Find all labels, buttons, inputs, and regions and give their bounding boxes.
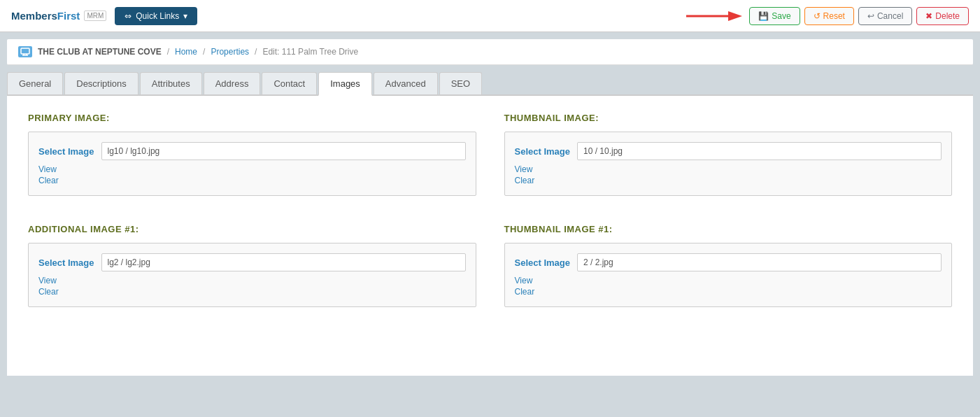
save-label: Save — [772, 11, 790, 21]
additional-view-link-1[interactable]: View — [38, 276, 466, 285]
club-icon — [18, 46, 32, 57]
tab-images[interactable]: Images — [318, 72, 372, 96]
quick-links-label: Quick Links — [136, 11, 179, 21]
additional-image-1-filename[interactable] — [101, 253, 466, 271]
primary-image-filename[interactable] — [101, 142, 466, 160]
thumbnail-action-links: View Clear — [515, 164, 942, 185]
chevron-down-icon: ▾ — [183, 11, 187, 21]
brand-members: Members — [11, 10, 57, 22]
breadcrumb-sep-1: / — [167, 47, 169, 57]
cancel-label: Cancel — [877, 11, 903, 21]
thumbnail-image-1-title: THUMBNAIL IMAGE #1: — [504, 224, 953, 234]
cancel-icon: ↩ — [867, 11, 874, 21]
brand-mrm: MRM — [84, 10, 106, 21]
svg-marker-1 — [728, 11, 742, 21]
tab-contact[interactable]: Contact — [262, 72, 317, 94]
thumbnail-image-title: THUMBNAIL IMAGE: — [504, 113, 953, 123]
primary-select-image-link[interactable]: Select Image — [38, 146, 94, 157]
delete-button[interactable]: ✖ Delete — [916, 7, 969, 25]
reset-icon: ↺ — [814, 11, 821, 21]
svg-rect-2 — [21, 48, 29, 54]
tab-attributes[interactable]: Attributes — [140, 72, 202, 94]
header: MembersFirst MRM ⇔ Quick Links ▾ 💾 Save … — [0, 0, 980, 32]
quick-links-button[interactable]: ⇔ Quick Links ▾ — [115, 7, 197, 25]
thumbnail-image-box: Select Image View Clear — [504, 132, 953, 196]
additional-select-image-1-link[interactable]: Select Image — [38, 257, 94, 268]
thumbnail-select-image-link[interactable]: Select Image — [515, 146, 571, 157]
delete-label: Delete — [935, 11, 960, 21]
thumbnail-image-1-row: Select Image — [515, 253, 942, 271]
primary-clear-link[interactable]: Clear — [38, 176, 466, 185]
tab-advanced[interactable]: Advanced — [374, 72, 438, 94]
primary-action-links: View Clear — [38, 164, 466, 185]
thumbnail-image-filename[interactable] — [577, 142, 942, 160]
additional-clear-link-1[interactable]: Clear — [38, 287, 466, 297]
brand-name: MembersFirst — [11, 10, 80, 22]
arrow-indicator — [686, 8, 742, 24]
additional-image-1-section: ADDITIONAL IMAGE #1: Select Image View C… — [28, 224, 476, 307]
primary-image-row: Select Image — [38, 142, 466, 160]
thumbnail-image-1-filename[interactable] — [577, 253, 942, 271]
tab-address[interactable]: Address — [204, 72, 261, 94]
brand-logo: MembersFirst MRM — [11, 10, 106, 22]
save-button[interactable]: 💾 Save — [749, 7, 800, 25]
thumbnail-image-row: Select Image — [515, 142, 942, 160]
red-arrow-icon — [686, 8, 742, 24]
tab-seo[interactable]: SEO — [439, 72, 482, 94]
breadcrumb-home[interactable]: Home — [175, 47, 197, 57]
breadcrumb-properties[interactable]: Properties — [211, 47, 249, 57]
thumbnail-image-section: THUMBNAIL IMAGE: Select Image View Clear — [504, 113, 953, 196]
main-content: PRIMARY IMAGE: Select Image View Clear T… — [7, 96, 973, 376]
delete-icon: ✖ — [925, 11, 932, 21]
reset-button[interactable]: ↺ Reset — [804, 7, 854, 25]
thumbnail-view-link-1[interactable]: View — [515, 276, 942, 285]
primary-image-box: Select Image View Clear — [28, 132, 476, 196]
images-grid: PRIMARY IMAGE: Select Image View Clear T… — [28, 113, 952, 314]
tabs-container: General Descriptions Attributes Address … — [7, 72, 973, 96]
additional-image-1-title: ADDITIONAL IMAGE #1: — [28, 224, 476, 234]
reset-label: Reset — [823, 11, 845, 21]
thumbnail-clear-link[interactable]: Clear — [515, 176, 942, 185]
breadcrumb-current: Edit: 111 Palm Tree Drive — [262, 47, 358, 57]
thumbnail-image-1-section: THUMBNAIL IMAGE #1: Select Image View Cl… — [504, 224, 953, 307]
brand-first: First — [57, 10, 80, 22]
tab-general[interactable]: General — [7, 72, 63, 94]
primary-image-section: PRIMARY IMAGE: Select Image View Clear — [28, 113, 476, 196]
primary-image-title: PRIMARY IMAGE: — [28, 113, 476, 123]
cancel-button[interactable]: ↩ Cancel — [858, 7, 912, 25]
additional-image-1-row: Select Image — [38, 253, 466, 271]
additional-image-1-box: Select Image View Clear — [28, 243, 476, 307]
link-icon: ⇔ — [125, 11, 132, 21]
monitor-icon — [20, 48, 30, 56]
save-icon: 💾 — [758, 11, 769, 21]
header-right: 💾 Save ↺ Reset ↩ Cancel ✖ Delete — [686, 7, 969, 25]
thumbnail-select-image-1-link[interactable]: Select Image — [515, 257, 571, 268]
breadcrumb-sep-2: / — [203, 47, 205, 57]
tab-descriptions[interactable]: Descriptions — [64, 72, 139, 94]
breadcrumb-bar: THE CLUB AT NEPTUNE COVE / Home / Proper… — [7, 39, 973, 65]
thumbnail-view-link[interactable]: View — [515, 164, 942, 174]
primary-view-link[interactable]: View — [38, 164, 466, 174]
thumbnail-action-links-1: View Clear — [515, 276, 942, 297]
club-name: THE CLUB AT NEPTUNE COVE — [38, 47, 162, 57]
header-left: MembersFirst MRM ⇔ Quick Links ▾ — [11, 7, 197, 25]
breadcrumb-sep-3: / — [255, 47, 257, 57]
thumbnail-image-1-box: Select Image View Clear — [504, 243, 953, 307]
additional-action-links-1: View Clear — [38, 276, 466, 297]
thumbnail-clear-link-1[interactable]: Clear — [515, 287, 942, 297]
